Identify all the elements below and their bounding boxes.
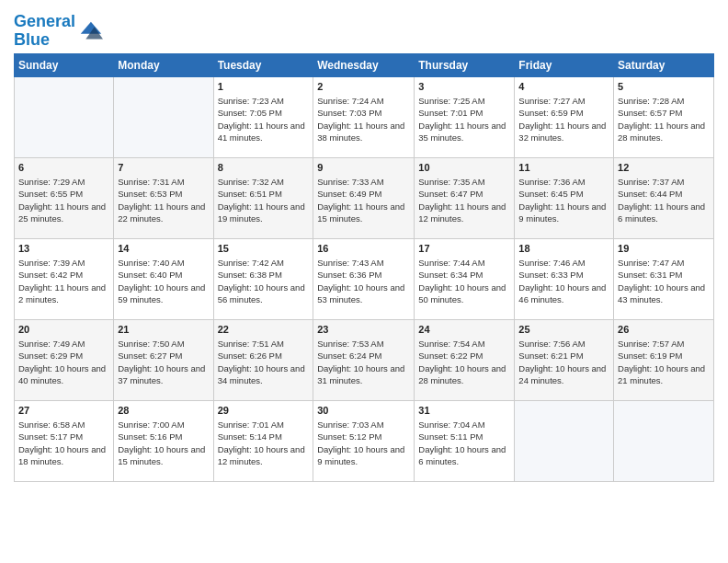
day-number: 22 [218, 323, 310, 337]
calendar-cell: 10Sunrise: 7:35 AM Sunset: 6:47 PM Dayli… [415, 157, 515, 238]
day-number: 10 [418, 161, 510, 175]
day-number: 27 [18, 404, 109, 418]
day-number: 2 [317, 80, 410, 94]
calendar-week-5: 27Sunrise: 6:58 AM Sunset: 5:17 PM Dayli… [15, 400, 714, 481]
calendar-cell: 4Sunrise: 7:27 AM Sunset: 6:59 PM Daylig… [515, 76, 614, 157]
day-detail: Sunrise: 7:28 AM Sunset: 6:57 PM Dayligh… [618, 95, 710, 144]
day-detail: Sunrise: 7:36 AM Sunset: 6:45 PM Dayligh… [518, 176, 609, 224]
calendar-cell: 17Sunrise: 7:44 AM Sunset: 6:34 PM Dayli… [415, 238, 515, 319]
day-detail: Sunrise: 7:23 AM Sunset: 7:05 PM Dayligh… [218, 95, 310, 144]
day-number: 7 [118, 161, 209, 175]
calendar-table: SundayMondayTuesdayWednesdayThursdayFrid… [14, 53, 714, 482]
day-number: 15 [218, 242, 310, 256]
day-detail: Sunrise: 7:54 AM Sunset: 6:22 PM Dayligh… [418, 338, 510, 386]
calendar-cell: 27Sunrise: 6:58 AM Sunset: 5:17 PM Dayli… [15, 400, 114, 481]
day-detail: Sunrise: 7:00 AM Sunset: 5:16 PM Dayligh… [118, 419, 209, 467]
day-number: 5 [618, 80, 710, 94]
day-detail: Sunrise: 7:42 AM Sunset: 6:38 PM Dayligh… [218, 257, 310, 305]
day-number: 29 [218, 404, 310, 418]
day-number: 31 [418, 404, 510, 418]
day-number: 12 [618, 161, 710, 175]
calendar-cell: 20Sunrise: 7:49 AM Sunset: 6:29 PM Dayli… [15, 319, 114, 400]
day-number: 3 [418, 80, 510, 94]
day-detail: Sunrise: 7:39 AM Sunset: 6:42 PM Dayligh… [18, 257, 109, 305]
calendar-cell: 31Sunrise: 7:04 AM Sunset: 5:11 PM Dayli… [415, 400, 515, 481]
day-detail: Sunrise: 7:51 AM Sunset: 6:26 PM Dayligh… [218, 338, 310, 386]
header-day-monday: Monday [114, 53, 213, 76]
day-detail: Sunrise: 7:53 AM Sunset: 6:24 PM Dayligh… [317, 338, 410, 386]
calendar-cell: 25Sunrise: 7:56 AM Sunset: 6:21 PM Dayli… [515, 319, 614, 400]
day-detail: Sunrise: 7:32 AM Sunset: 6:51 PM Dayligh… [218, 176, 310, 224]
calendar-cell: 7Sunrise: 7:31 AM Sunset: 6:53 PM Daylig… [114, 157, 213, 238]
day-number: 4 [518, 80, 609, 94]
calendar-cell [15, 76, 114, 157]
day-detail: Sunrise: 7:01 AM Sunset: 5:14 PM Dayligh… [218, 419, 310, 467]
day-number: 28 [118, 404, 209, 418]
calendar-cell: 23Sunrise: 7:53 AM Sunset: 6:24 PM Dayli… [313, 319, 415, 400]
calendar-cell: 22Sunrise: 7:51 AM Sunset: 6:26 PM Dayli… [213, 319, 313, 400]
day-detail: Sunrise: 7:04 AM Sunset: 5:11 PM Dayligh… [418, 419, 510, 467]
calendar-cell: 19Sunrise: 7:47 AM Sunset: 6:31 PM Dayli… [614, 238, 714, 319]
calendar-cell: 3Sunrise: 7:25 AM Sunset: 7:01 PM Daylig… [415, 76, 515, 157]
day-number: 1 [218, 80, 310, 94]
day-number: 24 [418, 323, 510, 337]
logo-icon [77, 18, 103, 44]
day-detail: Sunrise: 7:47 AM Sunset: 6:31 PM Dayligh… [618, 257, 710, 305]
day-detail: Sunrise: 7:25 AM Sunset: 7:01 PM Dayligh… [418, 95, 510, 144]
day-detail: Sunrise: 7:31 AM Sunset: 6:53 PM Dayligh… [118, 176, 209, 224]
calendar-cell: 1Sunrise: 7:23 AM Sunset: 7:05 PM Daylig… [213, 76, 313, 157]
day-number: 16 [317, 242, 410, 256]
calendar-cell: 8Sunrise: 7:32 AM Sunset: 6:51 PM Daylig… [213, 157, 313, 238]
calendar-cell [114, 76, 213, 157]
calendar-cell: 14Sunrise: 7:40 AM Sunset: 6:40 PM Dayli… [114, 238, 213, 319]
calendar-cell: 13Sunrise: 7:39 AM Sunset: 6:42 PM Dayli… [15, 238, 114, 319]
header-day-saturday: Saturday [614, 53, 714, 76]
calendar-cell: 26Sunrise: 7:57 AM Sunset: 6:19 PM Dayli… [614, 319, 714, 400]
day-number: 25 [518, 323, 609, 337]
header-day-thursday: Thursday [415, 53, 515, 76]
calendar-week-2: 6Sunrise: 7:29 AM Sunset: 6:55 PM Daylig… [15, 157, 714, 238]
calendar-header-row: SundayMondayTuesdayWednesdayThursdayFrid… [15, 53, 714, 76]
day-number: 18 [518, 242, 609, 256]
day-detail: Sunrise: 7:49 AM Sunset: 6:29 PM Dayligh… [18, 338, 109, 386]
day-detail: Sunrise: 7:57 AM Sunset: 6:19 PM Dayligh… [618, 338, 710, 386]
calendar-cell: 28Sunrise: 7:00 AM Sunset: 5:16 PM Dayli… [114, 400, 213, 481]
day-number: 20 [18, 323, 109, 337]
day-number: 23 [317, 323, 410, 337]
day-detail: Sunrise: 7:24 AM Sunset: 7:03 PM Dayligh… [317, 95, 410, 144]
day-detail: Sunrise: 7:29 AM Sunset: 6:55 PM Dayligh… [18, 176, 109, 224]
day-detail: Sunrise: 7:56 AM Sunset: 6:21 PM Dayligh… [518, 338, 609, 386]
calendar-cell: 15Sunrise: 7:42 AM Sunset: 6:38 PM Dayli… [213, 238, 313, 319]
calendar-week-3: 13Sunrise: 7:39 AM Sunset: 6:42 PM Dayli… [15, 238, 714, 319]
day-detail: Sunrise: 7:03 AM Sunset: 5:12 PM Dayligh… [317, 419, 410, 467]
day-detail: Sunrise: 7:50 AM Sunset: 6:27 PM Dayligh… [118, 338, 209, 386]
day-detail: Sunrise: 6:58 AM Sunset: 5:17 PM Dayligh… [18, 419, 109, 467]
day-detail: Sunrise: 7:33 AM Sunset: 6:49 PM Dayligh… [317, 176, 410, 224]
day-number: 9 [317, 161, 410, 175]
calendar-cell: 30Sunrise: 7:03 AM Sunset: 5:12 PM Dayli… [313, 400, 415, 481]
calendar-cell: 24Sunrise: 7:54 AM Sunset: 6:22 PM Dayli… [415, 319, 515, 400]
main-container: GeneralBlue SundayMondayTuesdayWednesday… [0, 0, 728, 491]
day-detail: Sunrise: 7:46 AM Sunset: 6:33 PM Dayligh… [518, 257, 609, 305]
calendar-week-4: 20Sunrise: 7:49 AM Sunset: 6:29 PM Dayli… [15, 319, 714, 400]
day-number: 8 [218, 161, 310, 175]
day-number: 11 [518, 161, 609, 175]
day-detail: Sunrise: 7:44 AM Sunset: 6:34 PM Dayligh… [418, 257, 510, 305]
day-number: 30 [317, 404, 410, 418]
day-number: 17 [418, 242, 510, 256]
calendar-cell: 11Sunrise: 7:36 AM Sunset: 6:45 PM Dayli… [515, 157, 614, 238]
calendar-cell: 6Sunrise: 7:29 AM Sunset: 6:55 PM Daylig… [15, 157, 114, 238]
header-day-sunday: Sunday [15, 53, 114, 76]
day-number: 6 [18, 161, 109, 175]
header-day-friday: Friday [515, 53, 614, 76]
calendar-week-1: 1Sunrise: 7:23 AM Sunset: 7:05 PM Daylig… [15, 76, 714, 157]
calendar-cell: 18Sunrise: 7:46 AM Sunset: 6:33 PM Dayli… [515, 238, 614, 319]
header-day-wednesday: Wednesday [313, 53, 415, 76]
day-detail: Sunrise: 7:35 AM Sunset: 6:47 PM Dayligh… [418, 176, 510, 224]
calendar-cell: 12Sunrise: 7:37 AM Sunset: 6:44 PM Dayli… [614, 157, 714, 238]
calendar-cell: 5Sunrise: 7:28 AM Sunset: 6:57 PM Daylig… [614, 76, 714, 157]
day-number: 13 [18, 242, 109, 256]
calendar-cell: 2Sunrise: 7:24 AM Sunset: 7:03 PM Daylig… [313, 76, 415, 157]
header: GeneralBlue [14, 9, 714, 50]
day-number: 21 [118, 323, 209, 337]
